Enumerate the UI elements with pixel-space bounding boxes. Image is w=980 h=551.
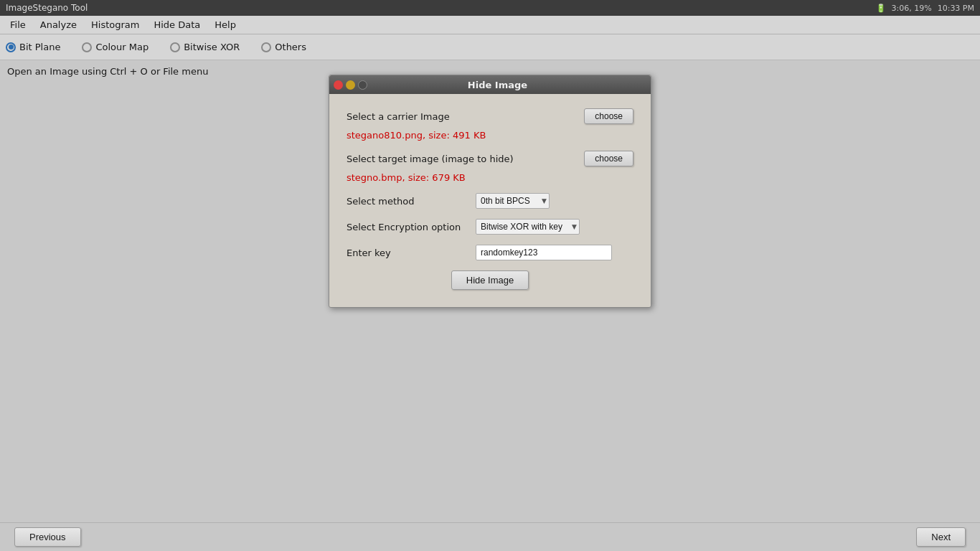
- encryption-select[interactable]: Bitwise XOR with key None AES: [476, 219, 580, 235]
- method-row: Select method 0th bit BPCS 1st bit BPCS …: [347, 193, 633, 209]
- app-title: ImageStegano Tool: [6, 3, 88, 13]
- action-row: Hide Image: [347, 270, 633, 290]
- hide-image-button[interactable]: Hide Image: [451, 270, 529, 290]
- radiobar: Bit Plane Colour Map Bitwise XOR Others: [0, 34, 980, 60]
- titlebar-left: ImageStegano Tool: [6, 3, 88, 13]
- dialog-close-button[interactable]: [334, 80, 343, 90]
- radio-bitplane[interactable]: Bit Plane: [6, 42, 60, 52]
- target-label: Select target image (image to hide): [347, 154, 514, 164]
- radio-bitwisexor-circle[interactable]: [170, 42, 180, 52]
- titlebar-right: 🔋 3:06, 19% 10:33 PM: [876, 4, 974, 13]
- radio-colourmap[interactable]: Colour Map: [82, 42, 149, 52]
- dialog-titlebar: Hide Image: [329, 75, 651, 94]
- target-choose-button[interactable]: choose: [584, 151, 633, 166]
- key-row: Enter key: [347, 245, 633, 260]
- radio-bitwisexor-label: Bitwise XOR: [184, 42, 240, 52]
- menubar: File Analyze Histogram Hide Data Help: [0, 16, 980, 34]
- encryption-row: Select Encryption option Bitwise XOR wit…: [347, 219, 633, 235]
- dialog-content: Select a carrier Image choose stegano810…: [329, 94, 651, 307]
- battery-info: 3:06, 19%: [892, 4, 932, 13]
- dialog-minimize-button[interactable]: [346, 80, 355, 90]
- menu-histogram[interactable]: Histogram: [84, 18, 146, 32]
- titlebar: ImageStegano Tool 🔋 3:06, 19% 10:33 PM: [0, 0, 980, 16]
- carrier-row: Select a carrier Image choose: [347, 108, 633, 124]
- method-select-wrapper[interactable]: 0th bit BPCS 1st bit BPCS 2nd bit BPCS: [476, 193, 550, 209]
- carrier-label: Select a carrier Image: [347, 111, 450, 122]
- carrier-choose-button[interactable]: choose: [584, 108, 633, 124]
- modal-overlay: Hide Image Select a carrier Image choose…: [0, 60, 980, 522]
- radio-bitplane-circle[interactable]: [6, 42, 16, 52]
- dialog-title: Hide Image: [370, 80, 625, 90]
- method-label: Select method: [347, 196, 476, 207]
- radio-others-circle[interactable]: [261, 42, 271, 52]
- menu-file[interactable]: File: [3, 18, 33, 32]
- key-label: Enter key: [347, 248, 476, 258]
- menu-analyze[interactable]: Analyze: [33, 18, 84, 32]
- clock: 10:33 PM: [938, 4, 974, 13]
- dialog-maximize-button[interactable]: [358, 80, 367, 90]
- bottom-bar: Previous Next: [0, 522, 980, 551]
- method-select[interactable]: 0th bit BPCS 1st bit BPCS 2nd bit BPCS: [476, 193, 550, 209]
- encryption-select-wrapper[interactable]: Bitwise XOR with key None AES: [476, 219, 580, 235]
- target-row: Select target image (image to hide) choo…: [347, 151, 633, 166]
- radio-colourmap-circle[interactable]: [82, 42, 92, 52]
- menu-help[interactable]: Help: [207, 18, 243, 32]
- radio-others[interactable]: Others: [261, 42, 306, 52]
- carrier-file-info: stegano810.png, size: 491 KB: [347, 130, 633, 141]
- page-content: Open an Image using Ctrl + O or File men…: [0, 60, 980, 522]
- next-button[interactable]: Next: [916, 527, 966, 547]
- key-input[interactable]: [476, 245, 612, 260]
- radio-bitwisexor[interactable]: Bitwise XOR: [170, 42, 240, 52]
- radio-bitplane-label: Bit Plane: [19, 42, 60, 52]
- radio-colourmap-label: Colour Map: [95, 42, 149, 52]
- encryption-label: Select Encryption option: [347, 222, 476, 232]
- radio-others-label: Others: [275, 42, 306, 52]
- target-file-info: stegno.bmp, size: 679 KB: [347, 172, 633, 183]
- battery-icon: 🔋: [876, 4, 886, 13]
- menu-hidedata[interactable]: Hide Data: [146, 18, 207, 32]
- previous-button[interactable]: Previous: [14, 527, 81, 547]
- hide-image-dialog: Hide Image Select a carrier Image choose…: [329, 75, 651, 308]
